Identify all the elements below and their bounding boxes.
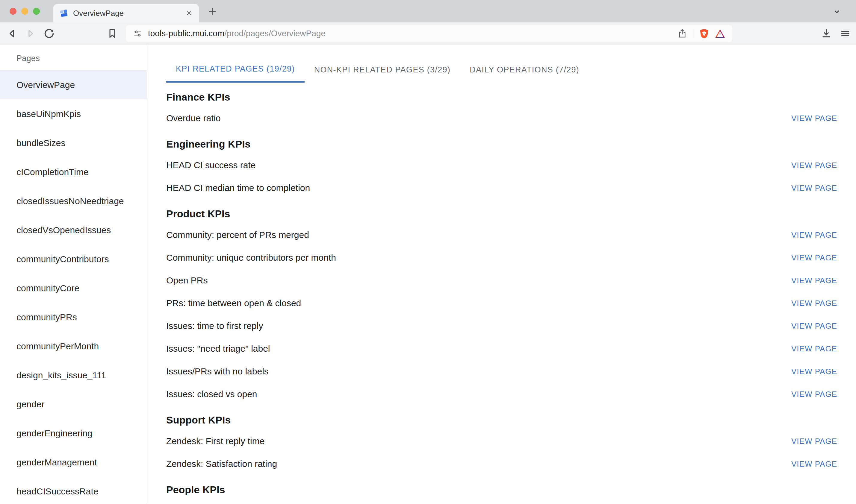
view-page-link[interactable]: VIEW PAGE [791, 183, 837, 193]
view-page-link[interactable]: VIEW PAGE [791, 161, 837, 170]
view-page-link[interactable]: VIEW PAGE [791, 460, 837, 469]
sidebar-page-list: OverviewPage baseUiNpmKpis bundleSizes c… [0, 70, 147, 504]
kpi-label: Issues: time to first reply [166, 321, 263, 331]
url-domain: tools-public.mui.com [148, 29, 224, 38]
sidebar-item-label: communityPRs [16, 312, 77, 322]
kpi-section: People KPIs [166, 484, 837, 496]
sidebar-item-label: OverviewPage [16, 80, 75, 90]
category-tab-kpi-related-pages-19-29-[interactable]: KPI RELATED PAGES (19/29) [166, 57, 304, 83]
sidebar-item-baseUiNpmKpis[interactable]: baseUiNpmKpis [0, 100, 147, 128]
category-tab-non-kpi-related-pages-3-29-[interactable]: NON-KPI RELATED PAGES (3/29) [304, 57, 460, 83]
url-text: tools-public.mui.com/prod/pages/Overview… [148, 29, 326, 38]
category-tab-daily-operations-7-29-[interactable]: DAILY OPERATIONS (7/29) [460, 57, 589, 83]
view-page-link[interactable]: VIEW PAGE [791, 231, 837, 240]
sidebar-item-communityPerMonth[interactable]: communityPerMonth [0, 331, 147, 361]
sidebar-item-label: closedIssuesNoNeedtriage [16, 196, 124, 206]
sidebar-item-closedIssuesNoNeedtriage[interactable]: closedIssuesNoNeedtriage [0, 186, 147, 215]
kpi-sections: Finance KPIs Overdue ratio VIEW PAGE Eng… [166, 91, 837, 496]
section-rows: Zendesk: First reply time VIEW PAGE Zend… [166, 430, 837, 475]
toolbar-divider [693, 29, 693, 38]
kpi-row: Open PRs VIEW PAGE [166, 269, 837, 292]
sidebar-item-label: communityCore [16, 283, 80, 293]
browser-tab[interactable]: OverviewPage [53, 4, 199, 22]
share-icon[interactable] [677, 29, 687, 39]
kpi-label: Issues: "need triage" label [166, 344, 270, 354]
sidebar-item-genderEngineering[interactable]: genderEngineering [0, 419, 147, 448]
sidebar-item-OverviewPage[interactable]: OverviewPage [0, 70, 147, 100]
sidebar-item-label: baseUiNpmKpis [16, 109, 81, 119]
new-tab-button[interactable] [207, 6, 217, 16]
kpi-section: Engineering KPIs HEAD CI success rate VI… [166, 138, 837, 199]
view-page-link[interactable]: VIEW PAGE [791, 114, 837, 123]
browser-toolbar: tools-public.mui.com/prod/pages/Overview… [0, 22, 856, 45]
view-page-link[interactable]: VIEW PAGE [791, 321, 837, 331]
reload-button[interactable] [42, 27, 56, 40]
view-page-link[interactable]: VIEW PAGE [791, 299, 837, 308]
kpi-row: Zendesk: Satisfaction rating VIEW PAGE [166, 452, 837, 475]
kpi-row: Issues/PRs with no labels VIEW PAGE [166, 360, 837, 383]
view-page-link[interactable]: VIEW PAGE [791, 367, 837, 376]
menu-hamburger-icon[interactable] [840, 28, 851, 39]
kpi-label: Issues/PRs with no labels [166, 366, 269, 377]
site-settings-tune-icon[interactable] [133, 29, 143, 38]
kpi-section: Finance KPIs Overdue ratio VIEW PAGE [166, 91, 837, 130]
sidebar-item-design_kits_issue_111[interactable]: design_kits_issue_111 [0, 361, 147, 390]
kpi-section: Support KPIs Zendesk: First reply time V… [166, 414, 837, 475]
brave-rewards-bat-icon[interactable] [715, 29, 725, 38]
tab-search-chevron-down-icon[interactable] [833, 7, 841, 16]
section-rows: Overdue ratio VIEW PAGE [166, 107, 837, 130]
kpi-label: Overdue ratio [166, 113, 221, 123]
kpi-section: Product KPIs Community: percent of PRs m… [166, 208, 837, 406]
fullscreen-window-button[interactable] [33, 8, 40, 15]
view-page-link[interactable]: VIEW PAGE [791, 437, 837, 446]
kpi-row: PRs: time between open & closed VIEW PAG… [166, 292, 837, 314]
sidebar-item-genderManagement[interactable]: genderManagement [0, 448, 147, 477]
minimize-window-button[interactable] [21, 8, 28, 15]
kpi-label: PRs: time between open & closed [166, 298, 301, 308]
forward-button-disabled[interactable] [24, 27, 37, 40]
retool-favicon-icon [59, 9, 68, 18]
kpi-label: Community: unique contributors per month [166, 253, 336, 263]
view-page-link[interactable]: VIEW PAGE [791, 276, 837, 285]
sidebar-item-closedVsOpenedIssues[interactable]: closedVsOpenedIssues [0, 215, 147, 245]
sidebar-item-label: communityContributors [16, 254, 109, 264]
sidebar-item-bundleSizes[interactable]: bundleSizes [0, 128, 147, 158]
window-controls [10, 8, 40, 15]
close-window-button[interactable] [10, 8, 16, 15]
kpi-row: HEAD CI median time to completion VIEW P… [166, 177, 837, 199]
address-bar[interactable]: tools-public.mui.com/prod/pages/Overview… [126, 25, 732, 42]
sidebar-item-label: genderManagement [16, 457, 97, 467]
brave-shields-icon[interactable] [699, 28, 710, 39]
section-title: People KPIs [166, 484, 837, 496]
section-title: Engineering KPIs [166, 138, 837, 150]
section-title: Product KPIs [166, 208, 837, 220]
section-title: Finance KPIs [166, 91, 837, 103]
sidebar-item-communityPRs[interactable]: communityPRs [0, 303, 147, 331]
sidebar-item-headCISuccessRate[interactable]: headCISuccessRate [0, 477, 147, 504]
sidebar-item-communityCore[interactable]: communityCore [0, 273, 147, 303]
sidebar-item-cICompletionTime[interactable]: cICompletionTime [0, 158, 147, 186]
sidebar-item-communityContributors[interactable]: communityContributors [0, 245, 147, 273]
sidebar-item-label: communityPerMonth [16, 341, 99, 352]
tab-title: OverviewPage [73, 9, 180, 18]
sidebar-item-label: headCISuccessRate [16, 486, 99, 497]
sidebar-item-gender[interactable]: gender [0, 390, 147, 419]
section-title: Support KPIs [166, 414, 837, 426]
tab-strip: OverviewPage [0, 0, 856, 22]
sidebar-item-label: bundleSizes [16, 138, 65, 148]
sidebar-item-label: design_kits_issue_111 [16, 370, 106, 380]
section-rows: Community: percent of PRs merged VIEW PA… [166, 223, 837, 406]
kpi-label: Open PRs [166, 275, 208, 286]
tab-close-icon[interactable] [185, 9, 193, 17]
sidebar-item-label: closedVsOpenedIssues [16, 225, 111, 235]
bookmark-icon[interactable] [106, 27, 119, 40]
kpi-label: Zendesk: First reply time [166, 436, 264, 446]
kpi-row: Zendesk: First reply time VIEW PAGE [166, 430, 837, 452]
sidebar-item-label: gender [16, 399, 44, 410]
view-page-link[interactable]: VIEW PAGE [791, 253, 837, 263]
view-page-link[interactable]: VIEW PAGE [791, 390, 837, 399]
view-page-link[interactable]: VIEW PAGE [791, 344, 837, 354]
downloads-icon[interactable] [821, 28, 832, 39]
kpi-label: Zendesk: Satisfaction rating [166, 459, 277, 469]
back-button[interactable] [5, 27, 19, 40]
